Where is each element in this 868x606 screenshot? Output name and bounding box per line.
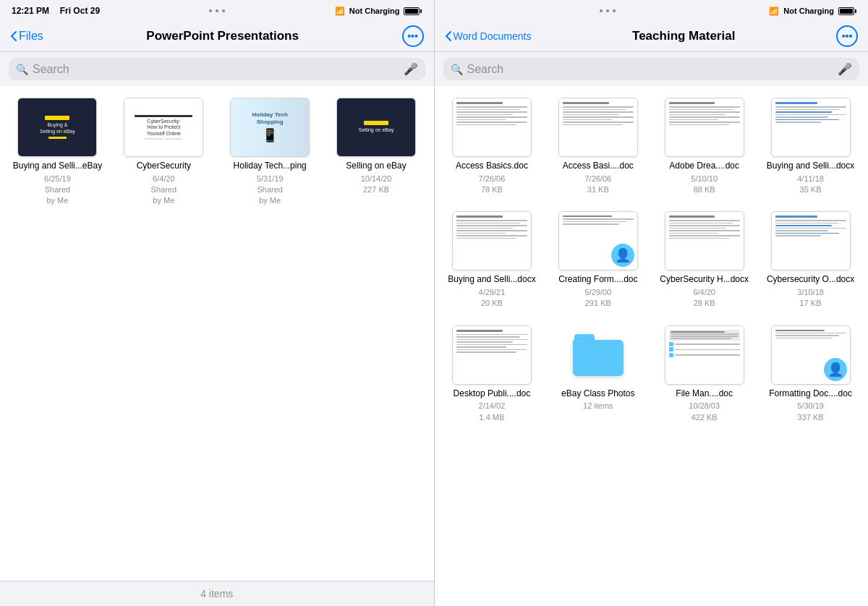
- back-button-right[interactable]: Word Documents: [445, 30, 532, 42]
- file-item[interactable]: Selling on eBay Selling on eBay10/14/202…: [325, 93, 428, 211]
- nav-bar-left: Files PowerPoint Presentations •••: [0, 20, 434, 52]
- file-meta-label: 4/11/1835 KB: [797, 174, 824, 196]
- search-input-right[interactable]: 🔍 Search 🎤: [443, 58, 860, 80]
- file-meta-label: 7/26/0631 KB: [584, 174, 611, 196]
- file-thumbnail: Holiday TechShopping 📱: [230, 98, 310, 157]
- search-placeholder-left: Search: [33, 63, 399, 76]
- back-label-left: Files: [19, 30, 43, 43]
- file-name-label: Creating Form....doc: [558, 274, 637, 286]
- file-thumbnail: [771, 98, 851, 157]
- file-meta-label: 2/14/021.4 MB: [479, 401, 506, 423]
- battery-label-right: Not Charging: [783, 7, 834, 15]
- file-meta-label: 12 items: [583, 401, 613, 411]
- file-item[interactable]: Desktop Publi....doc2/14/021.4 MB: [441, 321, 544, 427]
- more-button-right[interactable]: •••: [836, 25, 858, 47]
- file-thumbnail: [771, 211, 851, 270]
- page-title-right: Teaching Material: [531, 29, 836, 43]
- file-meta-label: 5/29/00291 KB: [584, 287, 611, 310]
- page-title-left: PowerPoint Presentations: [43, 29, 402, 43]
- search-icon-right: 🔍: [451, 64, 463, 75]
- file-item[interactable]: eBay Class Photos12 items: [546, 321, 650, 427]
- mic-icon-left[interactable]: 🎤: [404, 62, 418, 76]
- mic-icon-right[interactable]: 🎤: [838, 62, 852, 76]
- file-thumbnail: [452, 325, 532, 385]
- file-item[interactable]: Access Basics.doc7/26/0678 KB: [441, 93, 544, 200]
- file-meta-label: 5/30/19337 KB: [797, 401, 824, 423]
- file-meta-label: 4/29/2120 KB: [479, 287, 506, 310]
- file-name-label: CyberSecurity: [137, 161, 191, 172]
- file-meta-label: 3/10/1817 KB: [797, 287, 824, 310]
- file-item[interactable]: CyberSecurity H...docx6/4/2028 KB: [652, 207, 756, 313]
- search-bar-left: 🔍 Search 🎤: [0, 52, 434, 86]
- file-item[interactable]: Cybersecurity O...docx3/10/1817 KB: [759, 207, 862, 313]
- file-thumbnail: [665, 325, 744, 385]
- battery-label: Not Charging: [349, 7, 400, 15]
- file-name-label: Formatting Doc....doc: [769, 388, 852, 400]
- status-right: 📶 Not Charging: [335, 7, 422, 16]
- file-item[interactable]: Holiday TechShopping 📱 Holiday Tech...pi…: [218, 93, 322, 211]
- file-name-label: File Man....doc: [676, 388, 733, 400]
- file-meta-label: 5/10/1088 KB: [691, 174, 718, 196]
- status-bar-left: 12:21 PM Fri Oct 29 📶 Not Charging: [0, 0, 434, 20]
- more-button-left[interactable]: •••: [402, 25, 424, 47]
- file-item[interactable]: Access Basi....doc7/26/0631 KB: [546, 93, 650, 200]
- file-name-label: CyberSecurity H...docx: [660, 274, 749, 286]
- file-thumbnail: Buying &Selling on eBay: [17, 98, 97, 157]
- wifi-icon: 📶: [335, 7, 345, 16]
- left-file-grid: Buying &Selling on eBay Buying and Selli…: [6, 93, 428, 211]
- status-time: 12:21 PM Fri Oct 29: [12, 6, 100, 16]
- file-thumbnail: [452, 98, 532, 157]
- file-meta-label: 10/28/03422 KB: [689, 401, 720, 423]
- file-item[interactable]: 👤 Formatting Doc....doc5/30/19337 KB: [759, 321, 862, 427]
- status-bar-right: 📶 Not Charging: [435, 0, 869, 20]
- file-name-label: Selling on eBay: [346, 161, 406, 172]
- file-meta-label: 6/25/19Sharedby Me: [44, 174, 71, 207]
- right-file-grid: Access Basics.doc7/26/0678 KB Access Bas…: [441, 93, 863, 427]
- file-item[interactable]: 👤 Creating Form....doc5/29/00291 KB: [546, 207, 650, 313]
- file-thumbnail: [558, 98, 638, 157]
- left-pane: 12:21 PM Fri Oct 29 📶 Not Charging Files: [0, 0, 435, 606]
- search-icon-left: 🔍: [16, 64, 28, 75]
- file-thumbnail: [452, 211, 532, 270]
- file-meta-label: 5/31/19Sharedby Me: [257, 174, 284, 207]
- nav-bar-right: Word Documents Teaching Material •••: [435, 20, 869, 52]
- items-count-left: 4 items: [200, 588, 233, 599]
- status-dots: [209, 9, 225, 12]
- file-item[interactable]: CyberSecurity:How to ProtectYourself Onl…: [112, 93, 216, 211]
- file-thumbnail: CyberSecurity:How to ProtectYourself Onl…: [124, 98, 203, 157]
- file-name-label: Holiday Tech...ping: [234, 161, 307, 172]
- file-name-label: Buying and Selli...docx: [767, 161, 854, 172]
- file-name-label: eBay Class Photos: [561, 388, 634, 400]
- right-pane: 📶 Not Charging Word Documents Teaching M…: [435, 0, 869, 606]
- date-label: Fri Oct 29: [60, 6, 100, 16]
- dot3: [222, 9, 225, 12]
- file-item[interactable]: Buying &Selling on eBay Buying and Selli…: [6, 93, 109, 211]
- file-meta-label: 10/14/20227 KB: [361, 174, 392, 196]
- file-name-label: Desktop Publi....doc: [454, 388, 531, 400]
- file-item[interactable]: File Man....doc10/28/03422 KB: [652, 321, 756, 427]
- file-name-label: Adobe Drea....doc: [669, 161, 739, 172]
- battery-icon: [404, 7, 422, 15]
- search-bar-right: 🔍 Search 🎤: [435, 52, 869, 86]
- file-thumbnail: [558, 325, 638, 385]
- file-grid-right: Access Basics.doc7/26/0678 KB Access Bas…: [435, 86, 869, 606]
- file-item[interactable]: Buying and Selli...docx4/29/2120 KB: [441, 207, 544, 313]
- status-right-right: 📶 Not Charging: [769, 7, 856, 16]
- file-grid-left: Buying &Selling on eBay Buying and Selli…: [0, 86, 434, 581]
- more-icon-right: •••: [842, 30, 853, 42]
- file-meta-label: 6/4/20Sharedby Me: [151, 174, 176, 207]
- dot2: [216, 9, 218, 12]
- file-name-label: Cybersecurity O...docx: [767, 274, 854, 286]
- search-placeholder-right: Search: [467, 63, 834, 76]
- file-name-label: Buying and Selli...docx: [448, 274, 535, 286]
- back-button-left[interactable]: Files: [10, 30, 43, 43]
- status-dots-right: [600, 9, 616, 12]
- dot1: [209, 9, 212, 12]
- search-input-left[interactable]: 🔍 Search 🎤: [9, 58, 425, 80]
- battery-icon-right: [838, 7, 856, 15]
- back-label-right: Word Documents: [454, 30, 532, 42]
- file-thumbnail: 👤: [558, 211, 638, 270]
- file-item[interactable]: Adobe Drea....doc5/10/1088 KB: [652, 93, 756, 200]
- file-thumbnail: Selling on eBay: [336, 98, 416, 157]
- file-item[interactable]: Buying and Selli...docx4/11/1835 KB: [759, 93, 862, 200]
